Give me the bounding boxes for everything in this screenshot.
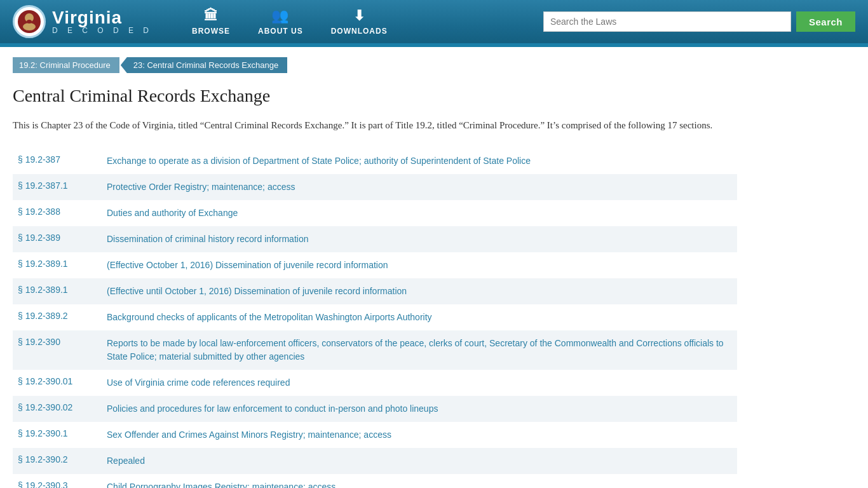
sections-list: § 19.2-387Exchange to operate as a divis… — [13, 148, 737, 488]
section-title: Sex Offender and Crimes Against Minors R… — [107, 428, 732, 442]
section-title-link[interactable]: Policies and procedures for law enforcem… — [107, 403, 438, 414]
main-content: Central Criminal Records Exchange This i… — [0, 79, 750, 488]
section-title: Use of Virginia crime code references re… — [107, 376, 732, 390]
section-row: § 19.2-388Duties and authority of Exchan… — [13, 200, 737, 226]
section-row: § 19.2-390.02Policies and procedures for… — [13, 396, 737, 422]
section-title: Protective Order Registry; maintenance; … — [107, 180, 732, 194]
svg-point-3 — [27, 20, 32, 24]
nav-about-label: ABOUT US — [258, 27, 303, 36]
section-row: § 19.2-389.1(Effective October 1, 2016) … — [13, 252, 737, 278]
section-title: Repealed — [107, 454, 732, 468]
section-title: Dissemination of criminal history record… — [107, 233, 732, 246]
section-number: § 19.2-390 — [18, 337, 107, 347]
section-number-link[interactable]: § 19.2-389 — [18, 233, 60, 243]
section-number: § 19.2-390.01 — [18, 376, 107, 386]
section-number: § 19.2-387.1 — [18, 180, 107, 191]
breadcrumb-item-1[interactable]: 19.2: Criminal Procedure — [13, 57, 119, 73]
breadcrumb: 19.2: Criminal Procedure 23: Central Cri… — [0, 47, 868, 79]
site-subtitle: D E C O D E D — [52, 27, 153, 34]
section-title-link[interactable]: Background checks of applicants of the M… — [107, 312, 432, 322]
section-title-link[interactable]: (Effective October 1, 2016) Disseminatio… — [107, 260, 388, 270]
section-row: § 19.2-390.1Sex Offender and Crimes Agai… — [13, 422, 737, 448]
breadcrumb-item-2[interactable]: 23: Central Criminal Records Exchange — [121, 57, 287, 73]
section-number: § 19.2-388 — [18, 207, 107, 217]
site-title: Virginia D E C O D E D — [52, 9, 153, 34]
section-row: § 19.2-390.01Use of Virginia crime code … — [13, 370, 737, 396]
section-number-link[interactable]: § 19.2-390.3 — [18, 480, 68, 488]
intro-text: This is Chapter 23 of the Code of Virgin… — [13, 118, 737, 133]
nav-downloads[interactable]: ⬇ DOWNLOADS — [317, 3, 402, 41]
section-title-link[interactable]: Repealed — [107, 456, 145, 466]
nav-browse[interactable]: 🏛 BROWSE — [178, 3, 244, 41]
section-title: Child Pornography Images Registry; maint… — [107, 480, 732, 488]
section-title-link[interactable]: Reports to be made by local law-enforcem… — [107, 338, 724, 362]
section-number-link[interactable]: § 19.2-390.2 — [18, 454, 68, 464]
section-row: § 19.2-390Reports to be made by local la… — [13, 330, 737, 370]
page-title: Central Criminal Records Exchange — [13, 86, 737, 106]
section-number: § 19.2-389.1 — [18, 285, 107, 295]
section-title: Reports to be made by local law-enforcem… — [107, 337, 732, 363]
section-title-link[interactable]: Duties and authority of Exchange — [107, 208, 238, 218]
section-row: § 19.2-389.2Background checks of applica… — [13, 304, 737, 330]
section-title-link[interactable]: Child Pornography Images Registry; maint… — [107, 482, 336, 488]
section-number-link[interactable]: § 19.2-390.02 — [18, 402, 72, 412]
site-name: Virginia — [52, 9, 153, 27]
section-number: § 19.2-389 — [18, 233, 107, 243]
section-title-link[interactable]: Protective Order Registry; maintenance; … — [107, 182, 295, 192]
section-title: Exchange to operate as a division of Dep… — [107, 154, 732, 168]
section-row: § 19.2-389.1(Effective until October 1, … — [13, 278, 737, 304]
section-title-link[interactable]: (Effective until October 1, 2016) Dissem… — [107, 286, 407, 296]
section-title-link[interactable]: Use of Virginia crime code references re… — [107, 377, 290, 388]
section-number: § 19.2-390.2 — [18, 454, 107, 464]
section-number-link[interactable]: § 19.2-389.2 — [18, 311, 68, 321]
section-title-link[interactable]: Dissemination of criminal history record… — [107, 234, 308, 244]
section-title: Duties and authority of Exchange — [107, 207, 732, 220]
section-number-link[interactable]: § 19.2-387 — [18, 154, 60, 165]
section-number-link[interactable]: § 19.2-390.1 — [18, 428, 68, 438]
section-number-link[interactable]: § 19.2-388 — [18, 207, 60, 217]
section-number-link[interactable]: § 19.2-389.1 — [18, 285, 68, 295]
search-input[interactable] — [543, 11, 791, 32]
logo-area[interactable]: Virginia D E C O D E D — [13, 5, 153, 38]
search-button[interactable]: Search — [796, 11, 855, 32]
section-row: § 19.2-387.1Protective Order Registry; m… — [13, 174, 737, 200]
svg-point-1 — [23, 23, 36, 30]
main-nav: 🏛 BROWSE 👥 ABOUT US ⬇ DOWNLOADS — [178, 3, 402, 41]
section-number-link[interactable]: § 19.2-390 — [18, 337, 60, 347]
section-title: (Effective until October 1, 2016) Dissem… — [107, 285, 732, 298]
section-row: § 19.2-390.3Child Pornography Images Reg… — [13, 474, 737, 488]
section-number: § 19.2-390.3 — [18, 480, 107, 488]
section-number: § 19.2-390.02 — [18, 402, 107, 412]
nav-about[interactable]: 👥 ABOUT US — [244, 3, 317, 41]
section-number: § 19.2-390.1 — [18, 428, 107, 438]
header: Virginia D E C O D E D 🏛 BROWSE 👥 ABOUT … — [0, 0, 868, 43]
nav-downloads-label: DOWNLOADS — [331, 27, 388, 36]
section-title-link[interactable]: Sex Offender and Crimes Against Minors R… — [107, 430, 391, 440]
logo-icon — [13, 5, 46, 38]
section-row: § 19.2-389Dissemination of criminal hist… — [13, 226, 737, 252]
section-number-link[interactable]: § 19.2-389.1 — [18, 259, 68, 269]
section-number: § 19.2-389.1 — [18, 259, 107, 269]
section-title: (Effective October 1, 2016) Disseminatio… — [107, 259, 732, 272]
about-icon: 👥 — [271, 8, 289, 24]
section-number: § 19.2-389.2 — [18, 311, 107, 321]
section-title: Policies and procedures for law enforcem… — [107, 402, 732, 416]
section-number-link[interactable]: § 19.2-387.1 — [18, 180, 68, 191]
section-row: § 19.2-390.2Repealed — [13, 448, 737, 474]
section-title-link[interactable]: Exchange to operate as a division of Dep… — [107, 156, 531, 166]
section-title: Background checks of applicants of the M… — [107, 311, 732, 324]
section-row: § 19.2-387Exchange to operate as a divis… — [13, 148, 737, 174]
search-area: Search — [543, 11, 855, 32]
browse-icon: 🏛 — [204, 8, 219, 24]
section-number: § 19.2-387 — [18, 154, 107, 165]
nav-browse-label: BROWSE — [192, 27, 230, 36]
section-number-link[interactable]: § 19.2-390.01 — [18, 376, 72, 386]
downloads-icon: ⬇ — [353, 8, 365, 24]
